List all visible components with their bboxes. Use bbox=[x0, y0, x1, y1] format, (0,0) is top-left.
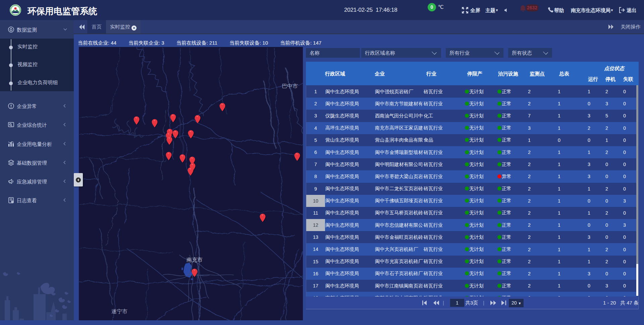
svg-text:遂宁市: 遂宁市 bbox=[111, 309, 127, 314]
svg-text:南充市: 南充市 bbox=[186, 257, 203, 263]
svg-text:巴中市: 巴中市 bbox=[282, 83, 298, 89]
